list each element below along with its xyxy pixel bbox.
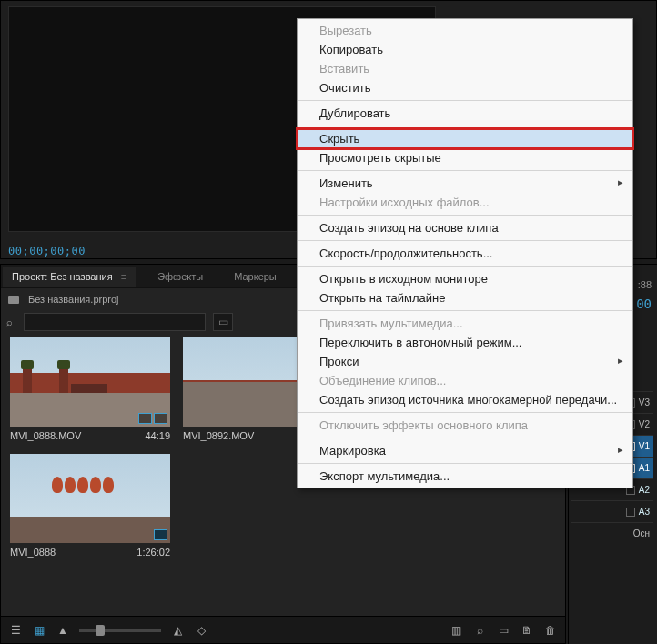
- panel-footer: ☰ ▦ ▲ ◭ ◇ ▥ ⌕ ▭ 🗎 🗑: [1, 616, 565, 643]
- menu-separator: [298, 170, 632, 171]
- automate-icon[interactable]: ▥: [449, 623, 463, 638]
- menu-separator: [298, 266, 632, 267]
- menu-item: Вырезать: [298, 21, 632, 40]
- menu-item: Вставить: [298, 59, 632, 78]
- sort-icon[interactable]: ◭: [170, 623, 185, 638]
- menu-item[interactable]: Открыть на таймлайне: [298, 288, 632, 307]
- clip-thumbnail[interactable]: [10, 337, 170, 427]
- menu-separator: [298, 438, 632, 438]
- menu-separator: [298, 100, 632, 101]
- menu-separator: [298, 463, 632, 464]
- menu-item[interactable]: Изменить: [298, 174, 632, 193]
- menu-item[interactable]: Маркировка: [298, 441, 632, 460]
- freeform-view-icon[interactable]: ▲: [56, 623, 70, 638]
- search-icon: ⌕: [6, 317, 13, 327]
- list-view-icon[interactable]: ☰: [8, 623, 23, 638]
- timeline-tc-fragment: :88: [638, 279, 652, 290]
- menu-item[interactable]: Просмотреть скрытые: [298, 148, 632, 167]
- new-bin-button[interactable]: ▭: [496, 623, 510, 638]
- clip-item[interactable]: MVI_0888.MOV 44:19: [10, 337, 170, 441]
- menu-item[interactable]: Создать эпизод на основе клипа: [298, 218, 632, 237]
- menu-item: Объединение клипов...: [298, 371, 632, 390]
- find-icon[interactable]: ⌕: [472, 623, 487, 638]
- clip-thumbnail[interactable]: [10, 454, 170, 543]
- tab-project[interactable]: Проект: Без названия ≡: [3, 267, 136, 287]
- menu-item: Настройки исходных файлов...: [298, 193, 632, 212]
- menu-item[interactable]: Очистить: [298, 78, 632, 97]
- menu-item: Привязать мультимедиа...: [298, 314, 632, 333]
- monitor-timecode[interactable]: 00;00;00;00: [8, 245, 86, 257]
- clip-name: MVI_0892.MOV: [183, 430, 254, 441]
- video-badge-icon: [138, 413, 152, 424]
- menu-item[interactable]: Скорость/продолжительность...: [298, 244, 632, 263]
- menu-item[interactable]: Создать эпизод источника многокамерной п…: [298, 390, 632, 409]
- tab-effects[interactable]: Эффекты: [148, 267, 212, 287]
- folder-icon: [8, 294, 23, 305]
- tab-menu-icon[interactable]: ≡: [121, 271, 126, 282]
- menu-item[interactable]: Переключить в автономный режим...: [298, 333, 632, 352]
- menu-item: Отключить эффекты основного клипа: [298, 416, 632, 435]
- menu-item[interactable]: Копировать: [298, 40, 632, 59]
- menu-item[interactable]: Скрыть: [298, 129, 632, 148]
- menu-separator: [298, 240, 632, 241]
- clip-duration: 44:19: [145, 430, 170, 441]
- search-input[interactable]: [24, 313, 206, 331]
- clip-item[interactable]: MVI_0888 1:26:02: [10, 454, 170, 558]
- clip-name: MVI_0888.MOV: [10, 430, 81, 441]
- auto-seq-icon[interactable]: ◇: [194, 623, 208, 638]
- zoom-slider[interactable]: [79, 629, 161, 632]
- menu-separator: [298, 412, 632, 413]
- new-bin-icon[interactable]: ▭: [213, 313, 233, 331]
- tab-markers[interactable]: Маркеры: [225, 267, 286, 287]
- audio-badge-icon: [154, 413, 167, 424]
- project-filename: Без названия.prproj: [28, 294, 119, 305]
- menu-separator: [298, 126, 632, 126]
- track-header-master[interactable]: Осн: [571, 522, 653, 544]
- menu-item[interactable]: Экспорт мультимедиа...: [298, 467, 632, 486]
- mute-icon[interactable]: [626, 508, 635, 517]
- menu-separator: [298, 310, 632, 311]
- context-menu: ВырезатьКопироватьВставитьОчиститьДублир…: [297, 18, 633, 488]
- menu-separator: [298, 215, 632, 216]
- track-header-a3[interactable]: A3: [571, 500, 653, 522]
- trash-icon[interactable]: 🗑: [543, 623, 558, 638]
- new-item-icon[interactable]: 🗎: [520, 623, 534, 638]
- icon-view-icon[interactable]: ▦: [32, 623, 46, 638]
- tab-project-label: Проект: Без названия: [12, 271, 113, 282]
- menu-item[interactable]: Прокси: [298, 352, 632, 371]
- menu-item[interactable]: Дублировать: [298, 104, 632, 123]
- clip-duration: 1:26:02: [136, 547, 170, 558]
- menu-item[interactable]: Открыть в исходном мониторе: [298, 269, 632, 288]
- clip-name: MVI_0888: [10, 547, 56, 558]
- sequence-badge-icon: [154, 529, 167, 540]
